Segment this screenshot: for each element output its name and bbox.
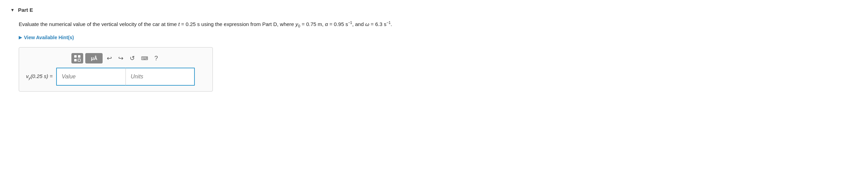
- reset-button[interactable]: ↺: [128, 53, 137, 63]
- omega-variable: ω: [365, 21, 369, 27]
- matrix-button[interactable]: [71, 53, 83, 63]
- t-variable: t: [178, 21, 180, 27]
- value-input[interactable]: [56, 68, 125, 86]
- collapse-icon[interactable]: ▼: [10, 8, 15, 12]
- answer-box: μÅ ↩ ↪ ↺ ⌨ ?: [19, 47, 213, 92]
- svg-rect-2: [74, 59, 77, 61]
- redo-button[interactable]: ↪: [116, 53, 125, 63]
- hint-link[interactable]: ▶ View Available Hint(s): [19, 35, 858, 40]
- undo-icon: ↩: [107, 54, 112, 62]
- undo-button[interactable]: ↩: [105, 53, 114, 63]
- part-title: Part E: [18, 7, 33, 13]
- problem-text-before: Evaluate the numerical value of the vert…: [19, 21, 177, 27]
- help-icon: ?: [154, 55, 158, 62]
- text-and: and: [355, 21, 365, 27]
- part-header: ▼ Part E: [10, 7, 858, 13]
- problem-text: Evaluate the numerical value of the vert…: [19, 20, 858, 29]
- mu-button[interactable]: μÅ: [85, 53, 103, 63]
- refresh-icon: ↺: [130, 54, 135, 62]
- toolbar: μÅ ↩ ↪ ↺ ⌨ ?: [26, 53, 206, 63]
- mu-label: μÅ: [91, 55, 97, 61]
- input-row: vy(0.25 s) =: [26, 68, 206, 86]
- equals-t: = 0.25 s: [181, 21, 200, 27]
- hint-label: View Available Hint(s): [24, 35, 74, 40]
- y0-variable: y: [295, 21, 298, 27]
- alpha-variable: α: [325, 21, 328, 27]
- svg-rect-1: [78, 55, 80, 58]
- equation-label: vy(0.25 s) =: [26, 73, 53, 80]
- problem-text-middle: using the expression from Part D, where: [201, 21, 296, 27]
- equals-alpha: = 0.95 s−1,: [329, 21, 354, 27]
- keyboard-icon: ⌨: [141, 55, 148, 61]
- matrix-icon: [74, 55, 81, 62]
- equals-omega: = 6.3 s−1.: [371, 21, 392, 27]
- equals-y0: = 0.75 m,: [302, 21, 323, 27]
- svg-rect-0: [74, 55, 77, 58]
- keyboard-button[interactable]: ⌨: [139, 53, 150, 63]
- y0-subscript: 0: [298, 24, 300, 28]
- vy-subscript: y: [29, 76, 31, 80]
- units-input[interactable]: [125, 68, 195, 86]
- vy-variable: vy: [26, 73, 31, 79]
- redo-icon: ↪: [118, 54, 123, 62]
- help-button[interactable]: ?: [152, 53, 160, 63]
- svg-rect-3: [78, 59, 80, 61]
- hint-arrow-icon: ▶: [19, 35, 22, 40]
- page-container: ▼ Part E Evaluate the numerical value of…: [0, 0, 868, 188]
